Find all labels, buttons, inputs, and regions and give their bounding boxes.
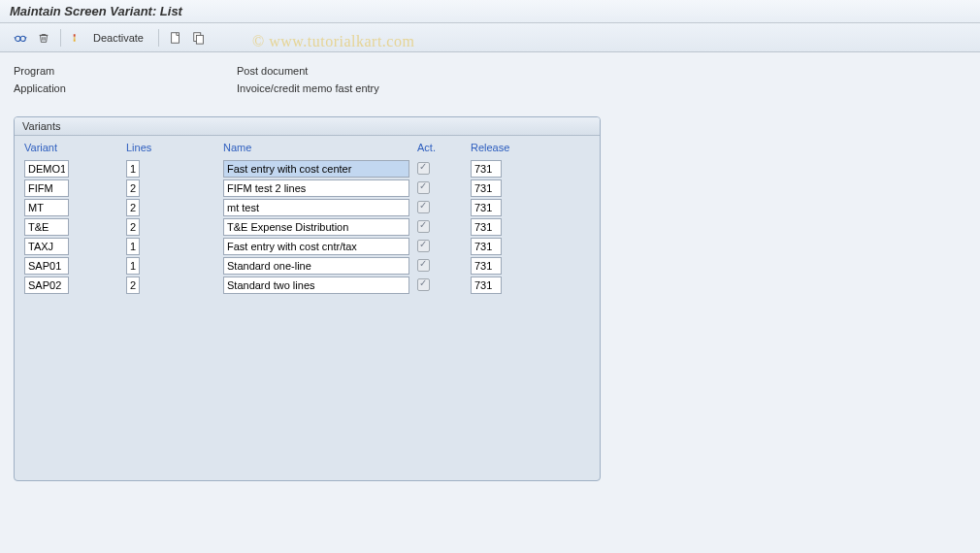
lines-field[interactable] — [126, 199, 140, 216]
content-area: Program Post document Application Invoic… — [0, 52, 980, 491]
table-row[interactable] — [20, 237, 594, 256]
release-field[interactable] — [471, 238, 502, 255]
variant-field[interactable] — [24, 238, 69, 255]
active-checkbox — [417, 259, 430, 272]
panel-title: Variants — [15, 117, 600, 136]
table-row[interactable] — [20, 276, 594, 295]
name-field[interactable] — [223, 160, 409, 178]
info-block: Program Post document Application Invoic… — [14, 62, 966, 97]
svg-rect-3 — [74, 37, 76, 38]
lines-field[interactable] — [126, 179, 140, 197]
table-row[interactable] — [20, 179, 594, 198]
svg-rect-7 — [196, 35, 203, 44]
program-value: Post document — [237, 65, 308, 77]
col-header-variant[interactable]: Variant — [20, 138, 122, 159]
active-checkbox — [417, 162, 430, 175]
svg-rect-4 — [74, 39, 76, 42]
svg-point-0 — [16, 36, 20, 41]
col-header-act[interactable]: Act. — [413, 138, 467, 159]
col-header-name[interactable]: Name — [219, 138, 413, 159]
application-value: Invoice/credit memo fast entry — [237, 82, 379, 94]
name-field[interactable] — [223, 218, 409, 236]
table-row[interactable] — [20, 159, 594, 179]
release-field[interactable] — [471, 199, 502, 216]
variant-field[interactable] — [24, 218, 69, 236]
name-field[interactable] — [223, 257, 409, 275]
deactivate-button[interactable]: Deactivate — [84, 29, 152, 47]
lines-field[interactable] — [126, 257, 140, 275]
info-row-program: Program Post document — [14, 62, 966, 80]
page-title: Maintain Screen Variant: List — [10, 4, 970, 18]
variant-field[interactable] — [24, 179, 69, 197]
trash-icon[interactable] — [33, 28, 54, 48]
separator — [158, 29, 159, 47]
application-label: Application — [14, 82, 237, 94]
col-header-release[interactable]: Release — [467, 138, 594, 159]
release-field[interactable] — [471, 218, 502, 236]
info-row-application: Application Invoice/credit memo fast ent… — [14, 80, 966, 97]
col-header-lines[interactable]: Lines — [122, 138, 219, 159]
activate-icon[interactable] — [67, 28, 82, 48]
release-field[interactable] — [471, 276, 502, 294]
active-checkbox — [417, 278, 430, 291]
lines-field[interactable] — [126, 218, 140, 236]
title-bar: Maintain Screen Variant: List — [0, 0, 980, 23]
separator — [60, 29, 61, 47]
name-field[interactable] — [223, 276, 409, 294]
svg-rect-2 — [74, 34, 76, 37]
variants-table: Variant Lines Name Act. Release — [20, 138, 594, 295]
lines-field[interactable] — [126, 160, 140, 178]
name-field[interactable] — [223, 199, 409, 216]
create-icon[interactable] — [165, 28, 186, 48]
name-field[interactable] — [223, 238, 409, 255]
svg-point-1 — [20, 36, 25, 41]
release-field[interactable] — [471, 179, 502, 197]
program-label: Program — [14, 65, 237, 77]
svg-rect-5 — [172, 32, 180, 43]
active-checkbox — [417, 240, 430, 252]
toolbar: Deactivate — [0, 23, 980, 52]
name-field[interactable] — [223, 179, 409, 197]
variant-field[interactable] — [24, 276, 69, 294]
glasses-icon[interactable] — [10, 28, 31, 48]
copy-icon[interactable] — [188, 28, 210, 48]
table-row[interactable] — [20, 256, 594, 276]
active-checkbox — [417, 201, 430, 213]
table-row[interactable] — [20, 217, 594, 237]
variants-panel: Variants Variant Lines Name Act. Release — [14, 116, 601, 481]
lines-field[interactable] — [126, 276, 140, 294]
lines-field[interactable] — [126, 238, 140, 255]
variant-field[interactable] — [24, 257, 69, 275]
table-row[interactable] — [20, 198, 594, 217]
release-field[interactable] — [471, 160, 502, 178]
variant-field[interactable] — [24, 199, 69, 216]
release-field[interactable] — [471, 257, 502, 275]
active-checkbox — [417, 220, 430, 233]
active-checkbox — [417, 181, 430, 194]
variant-field[interactable] — [24, 160, 69, 178]
